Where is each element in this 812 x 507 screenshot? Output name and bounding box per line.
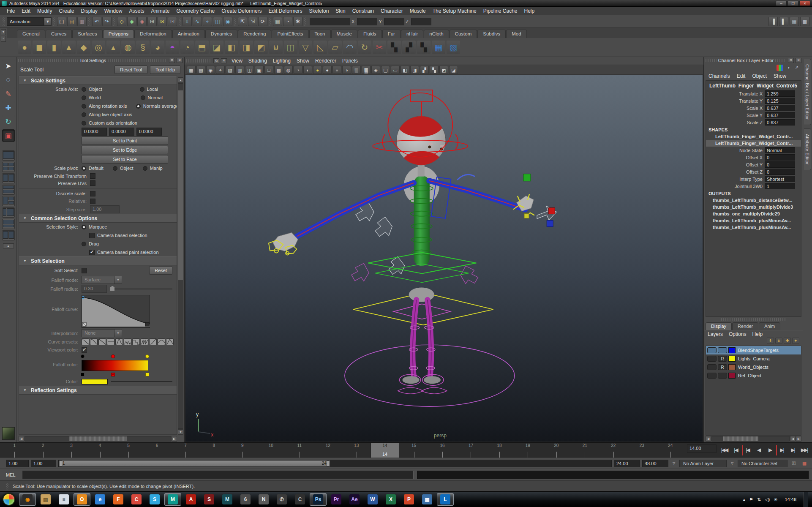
playback-start-field[interactable]: 1.00 bbox=[31, 460, 56, 467]
minimize-button[interactable]: ─ bbox=[776, 1, 787, 6]
snap-curve-icon[interactable]: ∿ bbox=[193, 17, 202, 26]
menu-character[interactable]: Character bbox=[377, 7, 406, 15]
tool-settings-grip2[interactable] bbox=[108, 59, 167, 62]
command-line-label[interactable]: MEL bbox=[6, 472, 19, 477]
taskbar-file-explorer[interactable]: ▤ bbox=[37, 493, 54, 506]
uv-grid-icon[interactable]: ▦ bbox=[432, 41, 445, 54]
playback-end-field[interactable]: 24.00 bbox=[614, 460, 640, 467]
mirror-geometry-icon[interactable]: ◫ bbox=[284, 41, 297, 54]
channel-box-grip[interactable] bbox=[706, 59, 717, 62]
shape-attribute-value[interactable]: 1 bbox=[765, 183, 795, 189]
axis-x-field[interactable]: 0.0000 bbox=[82, 128, 107, 136]
restore-button[interactable]: ❐ bbox=[787, 1, 798, 6]
animation-start-field[interactable]: 1.00 bbox=[6, 460, 29, 467]
snap-point-icon[interactable]: ⌖ bbox=[203, 17, 212, 26]
lasso-select-tool[interactable]: ◌ bbox=[2, 74, 15, 86]
set-to-edge-button[interactable]: Set to Edge bbox=[82, 146, 168, 154]
shelf-tab-dynamics[interactable]: Dynamics bbox=[205, 30, 237, 38]
layer-color-swatch[interactable] bbox=[728, 373, 736, 379]
combine-icon[interactable]: ◨ bbox=[240, 41, 253, 54]
exposure-icon[interactable]: ◪ bbox=[449, 66, 458, 74]
construction-history-icon[interactable]: ⟳ bbox=[258, 17, 267, 26]
menu-skin[interactable]: Skin bbox=[332, 7, 349, 15]
toggle-toolsettings-icon[interactable]: ▌ bbox=[779, 17, 788, 26]
lighting-default-icon[interactable]: ● bbox=[323, 66, 332, 74]
layout-three-pane[interactable] bbox=[2, 196, 15, 206]
viewport-menu-show[interactable]: Show bbox=[294, 57, 312, 64]
select-hierarchy-icon[interactable]: ◇ bbox=[117, 17, 126, 26]
bridge-icon[interactable]: ◧ bbox=[225, 41, 238, 54]
move-layer-down-icon[interactable]: ⇟ bbox=[775, 338, 782, 344]
poly-pipe-icon[interactable]: ◍ bbox=[121, 41, 135, 54]
relative-checkbox[interactable] bbox=[90, 199, 95, 204]
safe-action-icon[interactable]: ◍ bbox=[284, 66, 293, 74]
preset-saw-icon[interactable] bbox=[141, 338, 148, 345]
shelf-tab-painteffects[interactable]: PaintEffects bbox=[272, 30, 308, 38]
frame-23[interactable]: 23 bbox=[627, 443, 656, 458]
layer-mode-toggle[interactable]: R bbox=[718, 356, 727, 362]
ramp-key-yellow-icon[interactable] bbox=[145, 354, 149, 358]
toggle-sidebar-icon[interactable]: ▐ bbox=[768, 17, 778, 26]
layer-color-swatch[interactable] bbox=[728, 364, 736, 370]
layer-row-blendshapetargets[interactable]: BlendShapeTargets bbox=[706, 346, 801, 354]
menu-set-value[interactable]: Animation bbox=[7, 17, 44, 26]
preserve-uvs-checkbox[interactable] bbox=[90, 180, 95, 186]
frame-all-icon[interactable]: ◐ bbox=[303, 66, 312, 74]
shelf-tab-animation[interactable]: Animation bbox=[172, 30, 205, 38]
hscroll-left-icon[interactable]: ◀ bbox=[19, 436, 24, 442]
frame-9[interactable]: 9 bbox=[228, 443, 256, 458]
current-time-field[interactable]: 14.00 bbox=[687, 444, 717, 453]
layout-outliner-persp[interactable] bbox=[2, 207, 15, 218]
pivot-radio-default[interactable] bbox=[82, 166, 86, 171]
poly-cylinder-icon[interactable]: ▮ bbox=[47, 41, 61, 54]
frame-8[interactable]: 8 bbox=[199, 443, 228, 458]
textured-icon[interactable]: ◧ bbox=[401, 66, 409, 74]
attribute-value[interactable]: 0.125 bbox=[765, 98, 795, 104]
slider-handle[interactable] bbox=[110, 286, 114, 291]
soft-selection-header[interactable]: ▼ Soft Selection bbox=[19, 256, 177, 265]
shelf-tab-nhair[interactable]: nHair bbox=[401, 30, 423, 38]
shape-node-0[interactable]: LeftThumb_Finger_Widget_Contr... bbox=[706, 133, 801, 140]
snap-grid-icon[interactable]: ⌗ bbox=[183, 17, 192, 26]
pivot-radio-object[interactable] bbox=[113, 166, 117, 171]
undo-icon[interactable]: ↶ bbox=[92, 17, 101, 26]
layer-editor-grip[interactable] bbox=[721, 318, 786, 321]
layer-tab-display[interactable]: Display bbox=[706, 322, 732, 330]
menu-edit[interactable]: Edit bbox=[18, 7, 34, 15]
sculpt-tool-icon[interactable]: ◓ bbox=[166, 41, 179, 54]
layer-mode-toggle[interactable] bbox=[718, 347, 727, 353]
render-settings-icon[interactable]: ✱ bbox=[293, 17, 302, 26]
taskbar-red-suite-app[interactable]: S bbox=[201, 493, 218, 506]
menu-pipeline-cache[interactable]: Pipeline Cache bbox=[480, 7, 521, 15]
separate-icon[interactable]: ◩ bbox=[254, 41, 268, 54]
go-to-start-button[interactable]: |◀◀ bbox=[719, 445, 730, 455]
ramp-anchor-yellow-icon[interactable] bbox=[145, 373, 149, 376]
shape-attribute-value[interactable]: 0 bbox=[765, 169, 795, 175]
taskbar-clock[interactable]: 14:48 bbox=[781, 497, 800, 502]
interpolation-dropdown[interactable]: None ▼ bbox=[82, 329, 122, 337]
make-live-icon[interactable]: ◉ bbox=[223, 17, 232, 26]
bevel-icon[interactable]: ◪ bbox=[210, 41, 223, 54]
blue-cube-control[interactable] bbox=[547, 221, 553, 227]
hyperbolic-slider-icon[interactable]: ↗ bbox=[793, 65, 800, 71]
frame-13[interactable]: 13 bbox=[342, 443, 370, 458]
shape-node-1[interactable]: LeftThumb_Finger_Widget_Contr... bbox=[706, 140, 801, 147]
menu-create[interactable]: Create bbox=[55, 7, 77, 15]
axis-radio-normals-average[interactable] bbox=[136, 104, 141, 109]
menu-file[interactable]: File bbox=[3, 7, 18, 15]
tray-update-icon[interactable]: ✳ bbox=[774, 497, 777, 502]
poly-cube-icon[interactable]: ◼ bbox=[33, 41, 46, 54]
taskbar-skype[interactable]: S bbox=[146, 493, 163, 506]
spin-edge-icon[interactable]: ↻ bbox=[358, 41, 371, 54]
poly-torus-icon[interactable]: ◎ bbox=[92, 41, 105, 54]
layer-scroll-right-icon[interactable]: ▶ bbox=[796, 436, 801, 442]
layout-four-pane[interactable] bbox=[2, 162, 15, 172]
preserve-child-checkbox[interactable] bbox=[90, 173, 95, 179]
taskbar-photoshop[interactable]: Ps bbox=[310, 493, 327, 506]
open-scene-icon[interactable]: ▤ bbox=[67, 17, 76, 26]
layout-uv-persp[interactable] bbox=[2, 230, 15, 240]
resolution-gate-icon[interactable]: ▣ bbox=[255, 66, 264, 74]
shelf-tab-fluids[interactable]: Fluids bbox=[358, 30, 382, 38]
ramp-anchor-black-icon[interactable] bbox=[81, 373, 84, 376]
soft-select-reset-button[interactable]: Reset bbox=[149, 266, 172, 275]
